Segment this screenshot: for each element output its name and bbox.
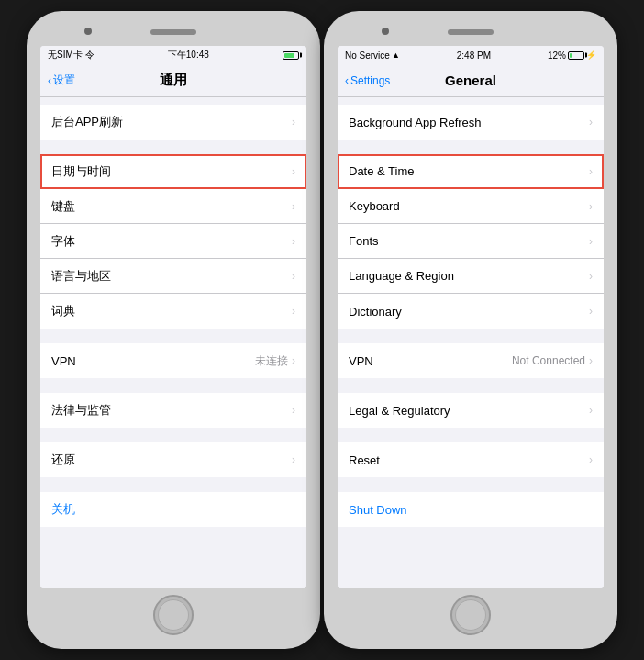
vpn-value-right: Not Connected	[512, 354, 585, 367]
fonts-chevron-right: ›	[589, 235, 593, 248]
back-button-left[interactable]: ‹ 设置	[48, 73, 75, 88]
date-time-row-left[interactable]: 日期与时间 ›	[40, 154, 306, 189]
vpn-value-left: 未连接	[255, 353, 288, 369]
shutdown-group-left: 关机	[40, 492, 306, 527]
spacer3-left	[40, 378, 306, 386]
dictionary-label-right: Dictionary	[349, 305, 402, 319]
phone-bottom-right	[331, 592, 610, 638]
battery-fill-right	[570, 53, 572, 58]
carrier-left: 无SIM卡 令	[48, 49, 94, 62]
top-group-left: 后台APP刷新 ›	[40, 105, 306, 140]
phone-bottom-left	[34, 592, 313, 638]
language-row-left[interactable]: 语言与地区 ›	[40, 259, 306, 294]
shutdown-group-right: Shut Down	[338, 492, 604, 527]
shutdown-row-left[interactable]: 关机	[40, 492, 306, 527]
camera-right	[382, 28, 389, 35]
reset-row-right[interactable]: Reset ›	[338, 442, 604, 477]
battery-icon-right	[568, 51, 584, 60]
spacer4-left	[40, 428, 306, 435]
phone-right: No Service ▲ 2:48 PM 12% ⚡ ‹ Settings	[324, 11, 617, 649]
reset-chevron-left: ›	[292, 453, 295, 466]
battery-icon-left	[283, 51, 299, 60]
legal-chevron-right: ›	[589, 404, 593, 417]
carrier-right: No Service	[345, 50, 390, 61]
bg-app-refresh-row-left[interactable]: 后台APP刷新 ›	[40, 105, 306, 140]
reset-group-left: 还原 ›	[40, 442, 306, 477]
language-label-right: Language & Region	[349, 269, 454, 283]
keyboard-chevron-left: ›	[292, 200, 295, 213]
settings-list-left: 后台APP刷新 › 日期与时间 › 键盘 › 字	[40, 97, 306, 588]
screen-right: No Service ▲ 2:48 PM 12% ⚡ ‹ Settings	[338, 46, 604, 588]
phone-top-left	[34, 22, 313, 42]
vpn-chevron-left: ›	[292, 354, 295, 367]
legal-row-left[interactable]: 法律与监管 ›	[40, 393, 306, 428]
fonts-row-right[interactable]: Fonts ›	[338, 224, 604, 259]
shutdown-label-left: 关机	[51, 501, 75, 518]
language-label-left: 语言与地区	[51, 268, 111, 285]
date-time-chevron-left: ›	[292, 165, 295, 178]
keyboard-row-left[interactable]: 键盘 ›	[40, 189, 306, 224]
legal-label-right: Legal & Regulatory	[349, 404, 450, 418]
home-button-left[interactable]	[153, 595, 194, 635]
date-time-chevron-right: ›	[589, 165, 593, 178]
status-left-left: 无SIM卡 令	[48, 49, 94, 62]
legal-chevron-left: ›	[292, 404, 295, 417]
bg-app-refresh-label-right: Background App Refresh	[349, 116, 482, 129]
status-left-right: No Service ▲	[345, 50, 400, 61]
dictionary-chevron-left: ›	[292, 305, 295, 318]
keyboard-chevron-right: ›	[589, 200, 593, 213]
legal-group-right: Legal & Regulatory ›	[338, 393, 604, 428]
dictionary-row-right[interactable]: Dictionary ›	[338, 294, 604, 329]
fonts-chevron-left: ›	[292, 235, 295, 248]
wifi-icon-right: ▲	[392, 50, 400, 60]
nav-title-left: 通用	[160, 72, 187, 89]
legal-group-left: 法律与监管 ›	[40, 393, 306, 428]
back-button-right[interactable]: ‹ Settings	[345, 74, 390, 87]
date-time-label-left: 日期与时间	[51, 163, 111, 180]
date-time-label-right: Date & Time	[349, 164, 415, 178]
vpn-row-left[interactable]: VPN 未连接 ›	[40, 343, 306, 378]
language-row-right[interactable]: Language & Region ›	[338, 259, 604, 294]
reset-row-left[interactable]: 还原 ›	[40, 442, 306, 477]
language-chevron-right: ›	[589, 270, 593, 283]
phone-top-right	[331, 22, 610, 42]
time-left: 下午10:48	[168, 49, 209, 62]
shutdown-row-right[interactable]: Shut Down	[338, 492, 604, 527]
spacer4-right	[338, 428, 604, 435]
screen-left: 无SIM卡 令 下午10:48 ‹ 设置 通用	[40, 46, 306, 588]
spacer5-left	[40, 477, 306, 485]
speaker-left	[150, 29, 196, 35]
nav-bar-left: ‹ 设置 通用	[40, 64, 306, 97]
home-button-right[interactable]	[450, 595, 491, 635]
dictionary-chevron-right: ›	[589, 305, 593, 318]
camera-left	[84, 28, 92, 35]
shutdown-label-right: Shut Down	[349, 503, 407, 517]
legal-row-right[interactable]: Legal & Regulatory ›	[338, 393, 604, 428]
back-chevron-left: ‹	[48, 74, 51, 87]
legal-label-left: 法律与监管	[51, 402, 111, 419]
date-time-row-right[interactable]: Date & Time ›	[338, 154, 604, 189]
status-bar-left: 无SIM卡 令 下午10:48	[40, 46, 306, 64]
vpn-group-left: VPN 未连接 ›	[40, 343, 306, 378]
battery-area-left	[283, 51, 299, 60]
reset-group-right: Reset ›	[338, 442, 604, 477]
dictionary-row-left[interactable]: 词典 ›	[40, 294, 306, 329]
home-button-inner-right	[455, 599, 486, 631]
time-right: 2:48 PM	[457, 50, 491, 61]
keyboard-row-right[interactable]: Keyboard ›	[338, 189, 604, 224]
settings-list-right: Background App Refresh › Date & Time › K…	[338, 97, 604, 588]
fonts-row-left[interactable]: 字体 ›	[40, 224, 306, 259]
battery-percent-right: 12%	[548, 50, 566, 61]
back-chevron-right: ‹	[345, 74, 349, 87]
back-label-right: Settings	[350, 74, 390, 87]
vpn-label-right: VPN	[349, 354, 373, 368]
reset-label-right: Reset	[349, 453, 380, 467]
main-group-left: 日期与时间 › 键盘 › 字体 › 语言与地区 ›	[40, 154, 306, 329]
back-label-left: 设置	[53, 73, 75, 88]
spacer1-right	[338, 140, 604, 147]
bg-app-refresh-row-right[interactable]: Background App Refresh ›	[338, 105, 604, 140]
vpn-group-right: VPN Not Connected ›	[338, 343, 604, 378]
vpn-row-right[interactable]: VPN Not Connected ›	[338, 343, 604, 378]
vpn-chevron-right: ›	[589, 354, 593, 367]
nav-bar-right: ‹ Settings General	[338, 64, 604, 97]
